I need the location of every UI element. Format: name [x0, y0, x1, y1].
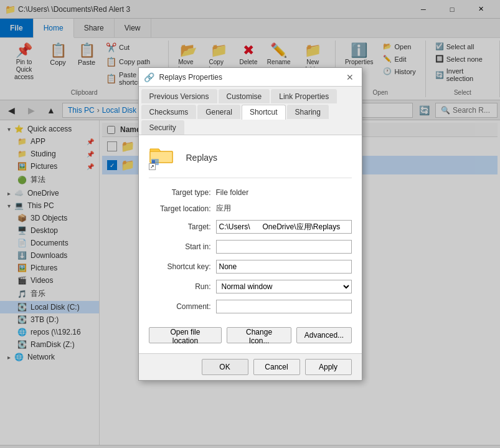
target-location-label: Target location: — [149, 204, 211, 213]
dialog-overlay: 🔗 Replays Properties ✕ Previous Versions… — [0, 0, 500, 448]
shortcut-key-label: Shortcut key: — [149, 262, 211, 271]
field-start-in: Start in: — [149, 240, 352, 254]
shortcut-key-input[interactable] — [216, 260, 352, 274]
target-label: Target: — [149, 222, 211, 231]
dialog-action-buttons: Open file location Change Icon... Advanc… — [149, 327, 352, 343]
start-in-label: Start in: — [149, 242, 211, 251]
tab-general[interactable]: General — [197, 105, 240, 119]
start-in-input[interactable] — [216, 240, 352, 254]
tab-checksums[interactable]: Checksums — [141, 105, 197, 119]
target-location-value: 应用 — [216, 203, 231, 214]
dialog-titlebar: 🔗 Replays Properties ✕ — [139, 68, 362, 87]
tab-shortcut[interactable]: Shortcut — [242, 105, 286, 120]
dialog-folder-name: Replays — [186, 153, 218, 163]
dialog-close-button[interactable]: ✕ — [343, 70, 357, 84]
properties-dialog: 🔗 Replays Properties ✕ Previous Versions… — [138, 67, 362, 381]
dialog-folder-icon: ↗ — [149, 145, 179, 170]
field-target: Target: — [149, 220, 352, 234]
run-label: Run: — [149, 282, 211, 291]
dialog-title-icon: 🔗 — [144, 72, 154, 82]
apply-button[interactable]: Apply — [305, 359, 352, 375]
ok-button[interactable]: OK — [202, 359, 248, 375]
run-select[interactable]: Normal window Minimized Maximized — [216, 280, 352, 293]
dialog-body: ↗ Replays Target type: File folder Targe… — [139, 135, 362, 353]
comment-label: Comment: — [149, 302, 211, 311]
open-file-location-button[interactable]: Open file location — [149, 327, 222, 343]
dialog-tabs: Previous Versions Customise Link Propert… — [139, 87, 362, 135]
target-type-label: Target type: — [149, 188, 211, 197]
cancel-button[interactable]: Cancel — [253, 359, 300, 375]
field-target-type: Target type: File folder — [149, 188, 352, 197]
field-target-location: Target location: 应用 — [149, 203, 352, 214]
tab-security[interactable]: Security — [141, 120, 184, 135]
comment-input[interactable] — [216, 300, 352, 313]
change-icon-button[interactable]: Change Icon... — [227, 327, 291, 343]
tab-link-properties[interactable]: Link Properties — [271, 89, 337, 103]
field-run: Run: Normal window Minimized Maximized — [149, 280, 352, 293]
field-shortcut-key: Shortcut key: — [149, 260, 352, 274]
tab-sharing[interactable]: Sharing — [287, 105, 329, 119]
dialog-icon-row: ↗ Replays — [149, 145, 352, 178]
advanced-button[interactable]: Advanced... — [296, 327, 352, 343]
dialog-title-text: Replays Properties — [159, 73, 338, 82]
field-comment: Comment: — [149, 300, 352, 313]
target-input[interactable] — [216, 220, 352, 234]
dialog-footer: OK Cancel Apply — [139, 353, 362, 380]
target-type-value: File folder — [216, 188, 249, 197]
tab-previous-versions[interactable]: Previous Versions — [141, 89, 217, 103]
tab-customise[interactable]: Customise — [219, 89, 270, 103]
